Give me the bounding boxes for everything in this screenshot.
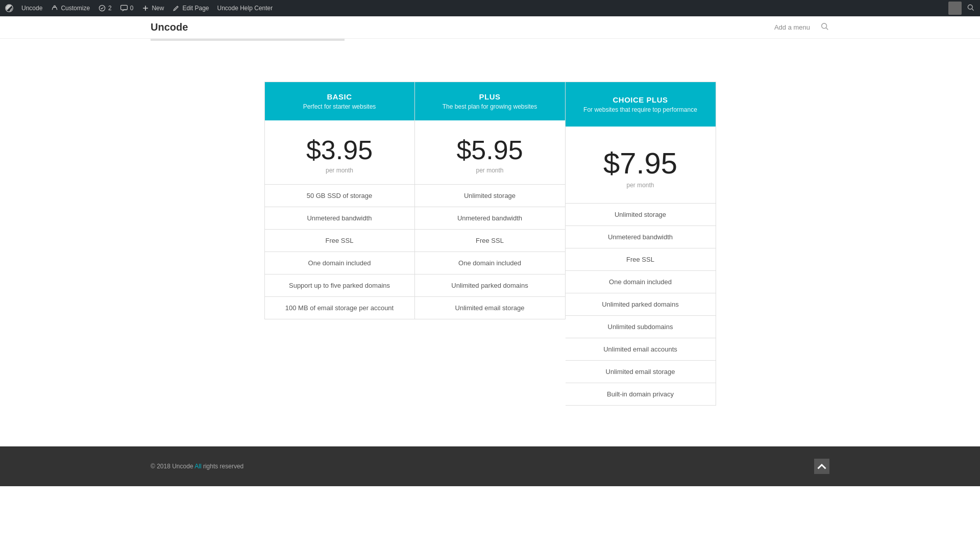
site-footer: © 2018 Uncode All rights reserved <box>0 446 980 486</box>
plan-name-choice-plus: CHOICE PLUS <box>574 95 707 104</box>
list-item: Unlimited parked domains <box>566 293 716 316</box>
edit-page-button[interactable]: Edit Page <box>172 4 209 12</box>
svg-point-1 <box>54 6 56 7</box>
plan-desc-choice-plus: For websites that require top performanc… <box>574 106 707 113</box>
feature-list-basic: 50 GB SSD of storageUnmetered bandwidthF… <box>265 185 414 319</box>
scroll-top-button[interactable] <box>814 459 829 474</box>
price-amount-plus: $5.95 <box>423 136 557 165</box>
card-price-choice-plus: $7.95 per month <box>566 127 716 204</box>
wp-icon <box>5 4 13 12</box>
edit-icon <box>172 4 180 12</box>
new-label: New <box>152 5 164 12</box>
list-item: Unmetered bandwidth <box>265 207 414 230</box>
customize-label: Customize <box>61 5 90 12</box>
customize-icon <box>51 4 59 12</box>
site-logo: Uncode <box>151 21 188 33</box>
price-amount-basic: $3.95 <box>273 136 406 165</box>
plan-name-plus: PLUS <box>423 92 557 101</box>
edit-page-label: Edit Page <box>182 5 209 12</box>
list-item: Unlimited storage <box>415 185 565 207</box>
main-content: BASIC Perfect for starter websites $3.95… <box>0 41 980 446</box>
chevron-up-icon <box>814 459 829 474</box>
feature-list-plus: Unlimited storageUnmetered bandwidthFree… <box>415 185 565 319</box>
list-item: Unlimited email storage <box>415 297 565 319</box>
pricing-container: BASIC Perfect for starter websites $3.95… <box>151 82 829 406</box>
list-item: One domain included <box>265 252 414 274</box>
list-item: Unmetered bandwidth <box>566 226 716 248</box>
new-button[interactable]: New <box>141 4 164 12</box>
comments-button[interactable]: 0 <box>120 4 134 12</box>
price-period-basic: per month <box>273 167 406 174</box>
card-header-plus: PLUS The best plan for growing websites <box>415 82 565 120</box>
site-header: Uncode Add a menu <box>0 16 980 39</box>
site-name-button[interactable]: Uncode <box>21 5 42 12</box>
list-item: 50 GB SSD of storage <box>265 185 414 207</box>
price-period-plus: per month <box>423 167 557 174</box>
customize-button[interactable]: Customize <box>51 4 90 12</box>
wp-logo-button[interactable] <box>5 4 13 12</box>
help-label: Uncode Help Center <box>217 5 273 12</box>
updates-button[interactable]: 2 <box>98 4 112 12</box>
list-item: Built-in domain privacy <box>566 383 716 405</box>
admin-search-icon[interactable] <box>967 4 975 13</box>
feature-list-choice-plus: Unlimited storageUnmetered bandwidthFree… <box>566 204 716 405</box>
add-menu-link[interactable]: Add a menu <box>774 23 810 31</box>
list-item: Free SSL <box>265 230 414 252</box>
price-period-choice-plus: per month <box>574 182 707 189</box>
list-item: Unlimited parked domains <box>415 274 565 297</box>
site-name-label: Uncode <box>21 5 42 12</box>
copyright-text: © 2018 Uncode All rights reserved <box>151 463 243 470</box>
admin-bar: Uncode Customize 2 0 New Edit Page <box>0 0 980 16</box>
plan-desc-basic: Perfect for starter websites <box>273 103 406 110</box>
card-header-basic: BASIC Perfect for starter websites <box>265 82 414 120</box>
plus-icon <box>141 4 150 12</box>
pricing-card-plus: PLUS The best plan for growing websites … <box>415 82 566 319</box>
updates-count: 2 <box>108 5 112 12</box>
pricing-card-choice-plus: CHOICE PLUS For websites that require to… <box>566 82 716 406</box>
plan-desc-plus: The best plan for growing websites <box>423 103 557 110</box>
admin-bar-right <box>948 2 975 15</box>
brand-link[interactable]: All <box>194 463 201 470</box>
comments-icon <box>120 4 128 12</box>
list-item: One domain included <box>566 271 716 293</box>
svg-point-4 <box>968 5 972 9</box>
list-item: Unmetered bandwidth <box>415 207 565 230</box>
list-item: Support up to five parked domains <box>265 274 414 297</box>
updates-icon <box>98 4 106 12</box>
list-item: Free SSL <box>566 248 716 271</box>
list-item: Free SSL <box>415 230 565 252</box>
svg-point-5 <box>822 23 827 29</box>
card-price-basic: $3.95 per month <box>265 120 414 185</box>
svg-rect-3 <box>120 5 127 10</box>
list-item: Unlimited email storage <box>566 361 716 383</box>
card-header-choice-plus: CHOICE PLUS For websites that require to… <box>566 82 716 127</box>
list-item: Unlimited storage <box>566 204 716 226</box>
price-amount-choice-plus: $7.95 <box>574 147 707 180</box>
comments-count: 0 <box>130 5 134 12</box>
list-item: Unlimited email accounts <box>566 338 716 361</box>
avatar[interactable] <box>948 2 962 15</box>
list-item: Unlimited subdomains <box>566 316 716 338</box>
site-nav: Add a menu <box>774 22 829 33</box>
search-icon[interactable] <box>820 22 829 33</box>
pricing-card-basic: BASIC Perfect for starter websites $3.95… <box>264 82 415 319</box>
plan-name-basic: BASIC <box>273 92 406 101</box>
list-item: 100 MB of email storage per account <box>265 297 414 319</box>
footer-copyright: © 2018 Uncode All rights reserved <box>151 463 243 470</box>
card-price-plus: $5.95 per month <box>415 120 565 185</box>
help-button[interactable]: Uncode Help Center <box>217 5 273 12</box>
list-item: One domain included <box>415 252 565 274</box>
